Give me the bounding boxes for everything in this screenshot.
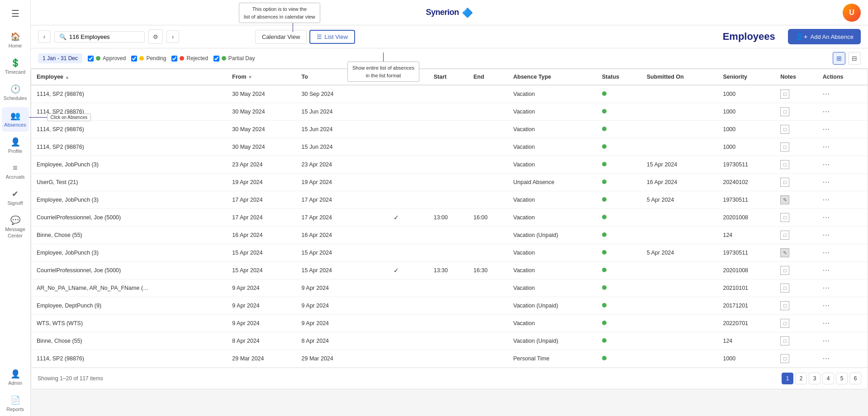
note-icon[interactable]: □ bbox=[780, 231, 789, 240]
page-toolbar: ‹ 🔍 116 Employees ⚙ › This option is to … bbox=[31, 25, 868, 48]
note-icon[interactable]: □ bbox=[780, 90, 789, 99]
hamburger-menu[interactable]: ☰ bbox=[2, 5, 29, 23]
cell-seniority: 20240102 bbox=[717, 174, 775, 191]
grid-view-button[interactable]: ⊞ bbox=[833, 52, 845, 65]
approved-checkbox[interactable] bbox=[88, 56, 94, 61]
filter-rejected: Rejected bbox=[171, 55, 208, 61]
page-4-button[interactable]: 4 bbox=[822, 373, 834, 384]
sidebar-item-schedules[interactable]: 🕐 Schedules bbox=[2, 80, 29, 105]
partial-day-checkbox[interactable] bbox=[213, 56, 219, 61]
sidebar-item-admin[interactable]: 👤 Admin bbox=[2, 365, 29, 390]
actions-button[interactable]: ··· bbox=[823, 90, 830, 98]
cell-employee: CourrielProfessionnel, Joe (5000) bbox=[31, 262, 227, 279]
pending-checkbox[interactable] bbox=[131, 56, 137, 61]
cell-start: 13:30 bbox=[428, 262, 468, 279]
add-absence-button[interactable]: 👤+ Add An Absence bbox=[788, 29, 861, 44]
note-icon[interactable]: □ bbox=[780, 178, 789, 187]
sidebar-item-reports[interactable]: 📄 Reports bbox=[2, 392, 29, 416]
note-icon[interactable]: □ bbox=[780, 266, 789, 275]
sidebar-item-absences[interactable]: 👥 Absences Click on Absences bbox=[2, 107, 29, 132]
cell-actions: ··· bbox=[817, 279, 868, 297]
nav-back-button[interactable]: ‹ bbox=[38, 30, 51, 43]
calendar-view-button[interactable]: Calendar View bbox=[255, 30, 307, 44]
col-seniority: Seniority bbox=[717, 69, 775, 85]
page-1-button[interactable]: 1 bbox=[782, 373, 793, 384]
actions-button[interactable]: ··· bbox=[823, 319, 830, 327]
cell-seniority: 124 bbox=[717, 332, 775, 350]
cell-seniority: 1000 bbox=[717, 138, 775, 156]
actions-button[interactable]: ··· bbox=[823, 302, 830, 310]
cell-notes: ✎ bbox=[775, 244, 817, 262]
employee-search-box: 🔍 116 Employees bbox=[54, 31, 145, 43]
sort-icon[interactable]: ▼ bbox=[248, 75, 252, 80]
cell-start bbox=[428, 103, 468, 121]
cell-start: 13:00 bbox=[428, 209, 468, 227]
sidebar-item-message-center[interactable]: 💬 Message Center bbox=[2, 212, 29, 242]
cell-notes: □ bbox=[775, 297, 817, 315]
actions-button[interactable]: ··· bbox=[823, 178, 830, 186]
note-icon[interactable]: □ bbox=[780, 336, 789, 345]
filter-partial-day: Partial Day bbox=[213, 55, 255, 61]
cell-from: 9 Apr 2024 bbox=[227, 297, 296, 315]
actions-button[interactable]: ··· bbox=[823, 355, 830, 363]
note-icon[interactable]: □ bbox=[780, 125, 789, 134]
approved-label: Approved bbox=[103, 55, 126, 61]
sidebar-item-label: Reports bbox=[6, 407, 24, 412]
user-avatar[interactable]: U bbox=[843, 4, 861, 22]
note-icon[interactable]: □ bbox=[780, 160, 789, 169]
sidebar-item-timecard[interactable]: 💲 Timecard bbox=[2, 54, 29, 79]
actions-button[interactable]: ··· bbox=[823, 125, 830, 133]
actions-button[interactable]: ··· bbox=[823, 196, 830, 204]
page-5-button[interactable]: 5 bbox=[836, 373, 848, 384]
note-icon[interactable]: □ bbox=[780, 213, 789, 222]
actions-button[interactable]: ··· bbox=[823, 161, 830, 169]
cell-seniority: 20220701 bbox=[717, 315, 775, 332]
pending-label: Pending bbox=[146, 55, 166, 61]
cell-end bbox=[468, 350, 508, 368]
actions-button[interactable]: ··· bbox=[823, 108, 830, 116]
note-icon[interactable]: □ bbox=[780, 284, 789, 293]
page-2-button[interactable]: 2 bbox=[795, 373, 807, 384]
columns-view-button[interactable]: ⊟ bbox=[848, 52, 861, 65]
note-icon[interactable]: □ bbox=[780, 301, 789, 310]
sidebar-item-accruals[interactable]: ≡ Accruals bbox=[2, 160, 29, 184]
note-icon[interactable]: ✎ bbox=[780, 248, 789, 257]
cell-end bbox=[468, 227, 508, 244]
page-6-button[interactable]: 6 bbox=[849, 373, 861, 384]
actions-button[interactable]: ··· bbox=[823, 337, 830, 345]
cell-employee: UserG, Test (21) bbox=[31, 174, 227, 191]
actions-button[interactable]: ··· bbox=[823, 231, 830, 239]
list-view-button[interactable]: ☰ List View bbox=[309, 30, 355, 44]
actions-button[interactable]: ··· bbox=[823, 266, 830, 274]
cell-seniority: 20171201 bbox=[717, 297, 775, 315]
note-icon[interactable]: □ bbox=[780, 319, 789, 328]
actions-button[interactable]: ··· bbox=[823, 284, 830, 292]
actions-button[interactable]: ··· bbox=[823, 213, 830, 222]
cell-start bbox=[428, 138, 468, 156]
sidebar-item-profile[interactable]: 👤 Profile bbox=[2, 133, 29, 158]
note-icon[interactable]: □ bbox=[780, 142, 789, 151]
employee-search-input[interactable]: 116 Employees bbox=[69, 33, 133, 40]
page-3-button[interactable]: 3 bbox=[809, 373, 821, 384]
col-from: From ▼ bbox=[227, 69, 296, 85]
sort-icon[interactable]: ▲ bbox=[65, 75, 70, 80]
rejected-checkbox[interactable] bbox=[171, 56, 177, 61]
cell-employee: 1114, SP2 (98876) bbox=[31, 121, 227, 138]
date-range-filter[interactable]: 1 Jan - 31 Dec bbox=[38, 53, 82, 63]
actions-button[interactable]: ··· bbox=[823, 249, 830, 257]
col-partial-day: Partial Day bbox=[365, 69, 428, 85]
note-icon[interactable]: □ bbox=[780, 107, 789, 116]
actions-button[interactable]: ··· bbox=[823, 143, 830, 151]
note-icon[interactable]: □ bbox=[780, 354, 789, 363]
note-icon[interactable]: ✎ bbox=[780, 195, 789, 204]
sidebar-item-signoff[interactable]: ✔ Signoff bbox=[2, 185, 29, 210]
sidebar-item-home[interactable]: 🏠 Home bbox=[2, 28, 29, 52]
accruals-icon: ≡ bbox=[13, 163, 18, 173]
cell-absence-type: Vacation (Unpaid) bbox=[508, 297, 597, 315]
cell-submitted-on bbox=[641, 138, 718, 156]
cell-status bbox=[597, 262, 641, 279]
filter-button[interactable]: ⚙ bbox=[148, 29, 163, 44]
cell-partial-day bbox=[365, 121, 428, 138]
nav-forward-button[interactable]: › bbox=[166, 30, 179, 43]
table-row: CourrielProfessionnel, Joe (5000) 17 Apr… bbox=[31, 209, 868, 227]
